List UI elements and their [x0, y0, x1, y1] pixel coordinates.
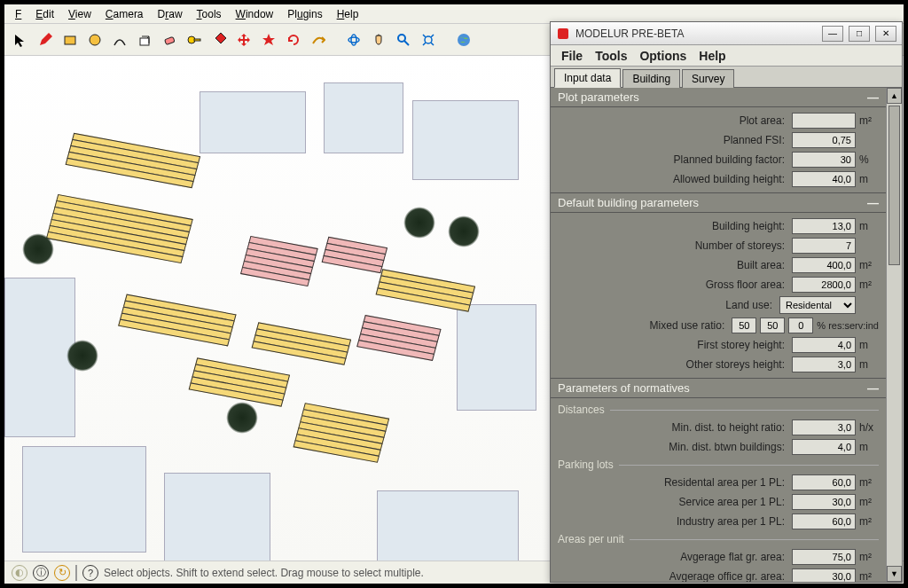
eraser-icon[interactable]	[159, 29, 180, 51]
zoom-extents-icon[interactable]	[418, 29, 439, 51]
rotate-icon[interactable]	[283, 29, 304, 51]
move-icon[interactable]	[233, 29, 254, 51]
circle-icon[interactable]	[84, 29, 106, 51]
section-header[interactable]: Parameters of normatives—	[551, 379, 886, 398]
param-unit: % res:serv:ind	[817, 320, 879, 331]
collapse-icon[interactable]: —	[867, 196, 879, 209]
param-label: Industry area per 1 PL:	[558, 515, 788, 528]
param-unit: m²	[859, 551, 879, 563]
menu-file[interactable]: F	[8, 6, 28, 22]
param-input[interactable]	[792, 419, 856, 435]
param-input[interactable]	[760, 318, 785, 333]
param-row: First storey height:m	[551, 335, 886, 355]
plugin-tabs: Input data Building Survey	[551, 67, 902, 88]
param-unit: m	[859, 358, 879, 371]
param-input[interactable]	[792, 568, 856, 582]
param-row: Building height:m	[551, 216, 886, 236]
rotate-star-icon[interactable]	[258, 29, 279, 51]
param-input[interactable]	[792, 337, 856, 353]
scroll-thumb[interactable]	[888, 106, 900, 265]
zoom-icon[interactable]	[393, 29, 414, 51]
param-input[interactable]	[792, 514, 856, 529]
svg-point-6	[348, 37, 359, 43]
param-unit: %	[859, 153, 879, 166]
menu-edit[interactable]: Edit	[28, 6, 61, 22]
menu-tools[interactable]: Tools	[190, 6, 229, 22]
param-unit: m	[859, 220, 879, 232]
param-input[interactable]	[792, 357, 856, 372]
follow-me-icon[interactable]	[308, 29, 329, 51]
svg-rect-12	[558, 28, 568, 39]
param-label: Mixed use ratio:	[558, 319, 728, 332]
section: Plot parameters—Plot area:m²Planned FSI:…	[551, 88, 886, 193]
param-input[interactable]	[792, 474, 856, 490]
menu-help[interactable]: Help	[330, 6, 366, 22]
param-input[interactable]	[792, 439, 856, 455]
param-unit: h/x	[859, 421, 879, 434]
menu-camera[interactable]: Camera	[98, 6, 151, 22]
menu-draw[interactable]: Draw	[151, 6, 190, 22]
param-input[interactable]	[788, 318, 813, 333]
param-row: Residental area per 1 PL:m²	[551, 473, 886, 492]
select-arrow-icon[interactable]	[10, 29, 31, 51]
orbit-icon[interactable]	[343, 29, 364, 51]
arc-icon[interactable]	[109, 29, 130, 51]
param-input[interactable]	[792, 277, 856, 293]
param-input[interactable]	[792, 549, 856, 565]
plugin-menu-help[interactable]: Help	[693, 47, 731, 65]
tab-building[interactable]: Building	[622, 69, 680, 88]
svg-point-1	[90, 35, 100, 45]
param-unit: m²	[859, 278, 879, 291]
rectangle-icon[interactable]	[59, 29, 81, 51]
scroll-down-icon[interactable]: ▼	[887, 566, 902, 582]
param-input[interactable]	[792, 152, 856, 168]
param-input[interactable]	[792, 218, 856, 234]
collapse-icon[interactable]: —	[867, 381, 879, 395]
param-label: Planned FSI:	[558, 134, 788, 146]
maximize-button[interactable]: □	[849, 26, 870, 42]
clock-circle-icon[interactable]: ↻	[54, 565, 70, 581]
minimize-button[interactable]: —	[822, 26, 843, 42]
pencil-icon[interactable]	[35, 29, 56, 51]
menu-view[interactable]: View	[61, 6, 98, 22]
param-label: Other storeys height:	[558, 358, 788, 371]
menu-plugins[interactable]: Plugins	[280, 6, 329, 22]
push-pull-icon[interactable]	[134, 29, 155, 51]
param-input[interactable]	[792, 257, 856, 273]
plugin-menu-tools[interactable]: Tools	[590, 47, 632, 65]
svg-point-8	[398, 35, 405, 42]
plugin-scrollbar[interactable]: ▲ ▼	[886, 88, 902, 582]
close-button[interactable]: ✕	[875, 26, 896, 42]
param-input[interactable]	[792, 113, 856, 129]
tape-measure-icon[interactable]	[184, 29, 205, 51]
param-row: Gross floor area:m²	[551, 275, 886, 294]
plugin-menu-bar: File Tools Options Help	[551, 45, 902, 67]
param-input[interactable]	[792, 494, 856, 510]
plugin-menu-file[interactable]: File	[556, 47, 588, 65]
tab-survey[interactable]: Survey	[682, 69, 734, 88]
plugin-menu-options[interactable]: Options	[634, 47, 692, 65]
globe-icon[interactable]	[453, 29, 474, 51]
collapse-icon[interactable]: —	[867, 90, 879, 104]
param-input[interactable]	[792, 238, 856, 254]
help-circle-icon[interactable]: ?	[82, 565, 98, 581]
param-label: First storey height:	[558, 339, 788, 351]
svg-rect-0	[65, 36, 75, 44]
paint-bucket-icon[interactable]	[208, 29, 230, 51]
person-circle-icon[interactable]: ⓘ	[33, 565, 49, 581]
section-header[interactable]: Default building parameters—	[551, 193, 886, 213]
scroll-up-icon[interactable]: ▲	[887, 88, 902, 104]
param-input[interactable]	[732, 318, 756, 333]
menu-window[interactable]: Window	[229, 6, 281, 22]
param-input[interactable]	[792, 132, 856, 148]
plugin-titlebar[interactable]: MODELUR PRE-BETA — □ ✕	[551, 22, 902, 45]
plugin-body: Plot parameters—Plot area:m²Planned FSI:…	[551, 88, 886, 582]
section-header[interactable]: Plot parameters—	[551, 88, 886, 107]
param-select[interactable]: Residental	[779, 296, 856, 314]
svg-point-7	[351, 35, 356, 45]
param-input[interactable]	[792, 171, 856, 187]
tab-input-data[interactable]: Input data	[554, 68, 621, 88]
pan-hand-icon[interactable]	[368, 29, 389, 51]
info-circle-icon[interactable]: ◐	[12, 565, 27, 581]
param-unit: m	[859, 339, 879, 351]
